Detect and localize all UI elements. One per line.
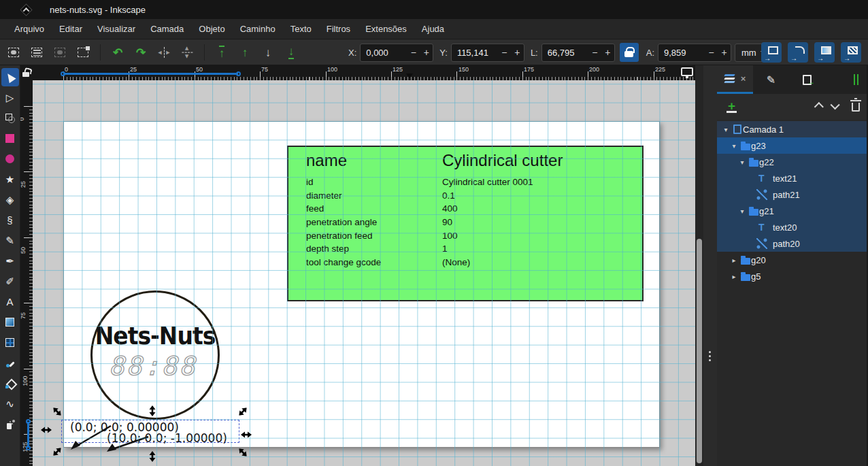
layer-type-icon bbox=[756, 222, 767, 233]
layer-tree-row[interactable]: text21 bbox=[717, 170, 868, 186]
tool-button[interactable] bbox=[1, 313, 19, 331]
select-all-button[interactable] bbox=[4, 43, 23, 62]
row-value: 400 bbox=[442, 203, 458, 214]
add-layer-button[interactable]: + bbox=[727, 101, 737, 113]
tool-button[interactable]: ★ bbox=[1, 170, 19, 188]
tool-parameter-table[interactable]: name Cylindrical cutter id Cylindrical c… bbox=[287, 146, 644, 301]
layer-tree-row[interactable]: path20 bbox=[717, 235, 868, 252]
scale-stroke-toggle[interactable] bbox=[761, 42, 782, 63]
tab-fill-stroke[interactable]: ✎ bbox=[753, 65, 789, 94]
height-input[interactable]: 9,859 − + bbox=[658, 44, 731, 62]
scale-handle-e[interactable] bbox=[241, 429, 252, 440]
tab-objects[interactable] bbox=[847, 65, 868, 94]
expander-icon[interactable]: ▾ bbox=[720, 126, 732, 133]
tool-button[interactable] bbox=[1, 374, 19, 393]
x-increment-button[interactable]: + bbox=[420, 47, 433, 58]
raise-to-top-button[interactable]: ↑ bbox=[212, 43, 231, 62]
vertical-scrollbar[interactable] bbox=[695, 65, 703, 466]
display-adjustment-icon[interactable] bbox=[681, 67, 693, 76]
y-input[interactable]: 115,141 − + bbox=[451, 44, 524, 62]
lock-ratio-button[interactable] bbox=[620, 43, 639, 62]
menu-item[interactable]: Editar bbox=[52, 21, 90, 37]
ruler-corner[interactable] bbox=[20, 65, 33, 80]
x-input[interactable]: 0,000 − + bbox=[360, 44, 433, 62]
delete-layer-button[interactable] bbox=[852, 103, 860, 112]
close-icon[interactable]: × bbox=[741, 73, 746, 84]
tool-button[interactable]: ✒ bbox=[1, 252, 19, 270]
tool-button[interactable] bbox=[1, 354, 19, 372]
lower-to-bottom-button[interactable]: ↓ bbox=[282, 43, 301, 62]
tool-button[interactable] bbox=[1, 109, 19, 127]
tool-button[interactable]: ✎ bbox=[1, 231, 19, 250]
raise-button[interactable]: ↑ bbox=[235, 43, 254, 62]
rotate-ccw-button[interactable]: ↶ bbox=[108, 43, 127, 62]
expander-icon[interactable]: ▸ bbox=[728, 273, 740, 280]
menu-item[interactable]: Filtros bbox=[319, 21, 358, 37]
layer-tree-row[interactable]: text20 bbox=[717, 219, 868, 235]
move-patterns-toggle[interactable] bbox=[841, 42, 861, 63]
menu-item[interactable]: Ajuda bbox=[414, 21, 452, 37]
menu-item[interactable]: Caminho bbox=[233, 21, 283, 37]
expander-icon[interactable]: ▾ bbox=[736, 207, 748, 215]
seven-segment-display[interactable]: 88:88 bbox=[89, 351, 220, 381]
panel-resize-handle[interactable] bbox=[703, 65, 717, 466]
height-increment-button[interactable]: + bbox=[718, 47, 731, 58]
tool-button[interactable]: ◈ bbox=[1, 190, 19, 209]
width-increment-button[interactable]: + bbox=[601, 47, 614, 58]
scrollbar-thumb[interactable] bbox=[697, 239, 702, 463]
horizontal-ruler[interactable]: 0255075100125150175200225 bbox=[33, 65, 695, 80]
layer-tree-row[interactable]: ▸ g5 bbox=[717, 268, 868, 284]
tool-button[interactable]: § bbox=[1, 211, 19, 229]
move-gradients-toggle[interactable] bbox=[814, 42, 835, 63]
menu-item[interactable]: Arquivo bbox=[7, 21, 52, 37]
y-decrement-button[interactable]: − bbox=[498, 47, 511, 58]
width-input[interactable]: 66,795 − + bbox=[541, 44, 615, 62]
scale-corners-toggle[interactable] bbox=[788, 42, 808, 63]
tool-button[interactable] bbox=[1, 333, 19, 352]
flip-vertical-button[interactable]: ◄► bbox=[178, 43, 197, 62]
x-decrement-button[interactable]: − bbox=[407, 47, 420, 58]
menu-item[interactable]: Extensões bbox=[358, 21, 414, 37]
layer-tree-row[interactable]: ▾ g23 bbox=[717, 137, 868, 154]
vertical-ruler[interactable]: 0255075100125 bbox=[20, 80, 33, 466]
tool-button[interactable]: ✐ bbox=[1, 272, 19, 290]
layer-tree-row[interactable]: ▸ g20 bbox=[717, 252, 868, 268]
logo-title[interactable]: Nets-Nuts bbox=[90, 322, 220, 350]
expander-icon[interactable]: ▸ bbox=[728, 256, 740, 264]
scale-handle-n[interactable] bbox=[147, 405, 158, 416]
expander-icon[interactable]: ▾ bbox=[736, 159, 748, 166]
menu-item[interactable]: Objeto bbox=[191, 21, 232, 37]
tool-button[interactable] bbox=[1, 129, 19, 148]
tab-layers[interactable]: × bbox=[717, 65, 753, 94]
tool-button[interactable]: ∿ bbox=[1, 395, 19, 413]
layer-tree-row[interactable]: ▾ g22 bbox=[717, 154, 868, 170]
tab-export[interactable] bbox=[789, 65, 825, 94]
width-decrement-button[interactable]: − bbox=[588, 47, 601, 58]
tool-button[interactable] bbox=[1, 68, 19, 86]
y-increment-button[interactable]: + bbox=[511, 47, 524, 58]
flip-horizontal-button[interactable]: ◄► bbox=[154, 43, 173, 62]
layer-tree-row[interactable]: ▾ g21 bbox=[717, 203, 868, 219]
menu-item[interactable]: Texto bbox=[283, 21, 319, 37]
layer-tree-row[interactable]: ▾ Camada 1 bbox=[717, 121, 868, 137]
layer-tree-row[interactable]: path21 bbox=[717, 186, 868, 203]
tool-button[interactable]: A bbox=[1, 293, 19, 311]
expander-icon[interactable]: ▾ bbox=[728, 142, 740, 150]
lower-button[interactable]: ↓ bbox=[258, 43, 278, 62]
tool-button[interactable] bbox=[1, 415, 19, 433]
deselect-button[interactable] bbox=[50, 43, 69, 62]
raise-layer-button[interactable] bbox=[814, 102, 824, 112]
selection-frame-button[interactable] bbox=[73, 43, 93, 62]
lower-layer-button[interactable] bbox=[831, 100, 840, 110]
scale-handle-w[interactable] bbox=[41, 425, 52, 435]
layer-type-icon bbox=[749, 209, 758, 216]
tool-button[interactable] bbox=[1, 150, 19, 168]
menu-item[interactable]: Visualizar bbox=[90, 21, 143, 37]
rotate-cw-button[interactable]: ↷ bbox=[131, 43, 150, 62]
menu-item[interactable]: Camada bbox=[143, 21, 191, 37]
height-decrement-button[interactable]: − bbox=[705, 47, 718, 58]
scale-handle-s[interactable] bbox=[147, 451, 158, 462]
tool-button[interactable]: ▷ bbox=[1, 88, 19, 107]
canvas[interactable]: name Cylindrical cutter id Cylindrical c… bbox=[33, 80, 695, 466]
select-all-layers-button[interactable] bbox=[27, 43, 46, 62]
